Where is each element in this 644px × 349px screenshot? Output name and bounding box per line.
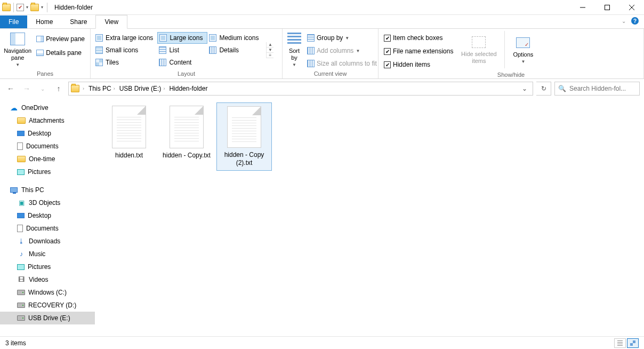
- address-bar[interactable]: › This PC› USB Drive (E:)› Hidden-folder…: [68, 82, 533, 96]
- tree-item[interactable]: One-time: [0, 153, 95, 165]
- extra-large-icons-icon: [95, 34, 103, 42]
- file-item[interactable]: hidden - Copy.txt: [159, 102, 214, 171]
- group-by-icon: [307, 34, 315, 42]
- chevron-down-icon: ▼: [15, 62, 20, 68]
- qat-properties-icon[interactable]: ✔: [17, 4, 24, 11]
- hide-selected-items-button[interactable]: Hide selected items: [457, 31, 500, 68]
- tree-item[interactable]: ♪Music: [0, 248, 95, 260]
- address-dropdown-icon[interactable]: ⌄: [519, 85, 530, 92]
- tree-item[interactable]: Documents: [0, 140, 95, 153]
- tab-share[interactable]: Share: [61, 15, 95, 28]
- collapse-ribbon-icon[interactable]: ⌄: [622, 18, 626, 24]
- large-icons-icon: [159, 34, 167, 42]
- tree-onedrive[interactable]: ☁OneDrive: [0, 101, 95, 114]
- search-input[interactable]: [569, 85, 644, 92]
- tab-file[interactable]: File: [0, 15, 27, 28]
- tree-item[interactable]: Windows (C:): [0, 286, 95, 299]
- hidden-items-toggle[interactable]: ✔Hidden items: [382, 59, 455, 70]
- navigation-tree[interactable]: ☁OneDrive Attachments Desktop Documents …: [0, 98, 95, 336]
- folder-icon: [17, 156, 26, 162]
- layout-scroll[interactable]: ▲▼≡: [266, 42, 273, 58]
- layout-extra-large-icons[interactable]: Extra large icons: [94, 32, 157, 44]
- layout-details[interactable]: Details: [207, 44, 263, 56]
- cloud-icon: ☁: [10, 104, 18, 112]
- svg-rect-1: [605, 5, 610, 10]
- title-bar: ✔ ▾ ▾ Hidden-folder: [0, 0, 644, 15]
- music-icon: ♪: [17, 250, 26, 258]
- list-icon: [159, 46, 166, 54]
- layout-content[interactable]: Content: [157, 57, 207, 68]
- ribbon-group-current-view: Sort by ▼ Group by▼ Add columns▼ Size al…: [283, 29, 379, 78]
- size-columns-icon: [307, 60, 315, 67]
- tab-view[interactable]: View: [95, 15, 127, 29]
- recent-locations-button[interactable]: ⌄: [36, 82, 49, 95]
- tree-item[interactable]: Desktop: [0, 209, 95, 222]
- tree-this-pc[interactable]: This PC: [0, 184, 95, 196]
- group-by-button[interactable]: Group by▼: [305, 32, 379, 44]
- chevron-down-icon: ▼: [521, 59, 525, 65]
- options-button[interactable]: Options ▼: [509, 31, 537, 68]
- medium-icons-icon: [209, 34, 216, 42]
- file-list[interactable]: hidden.txt hidden - Copy.txt hidden - Co…: [95, 98, 644, 336]
- search-box[interactable]: 🔍: [554, 82, 640, 96]
- qat-newfolder-icon[interactable]: [30, 4, 39, 11]
- layout-tiles[interactable]: Tiles: [94, 57, 157, 68]
- desktop-icon: [17, 131, 25, 136]
- tree-item[interactable]: Pictures: [0, 260, 95, 273]
- close-button[interactable]: [619, 0, 644, 15]
- file-name-extensions-toggle[interactable]: ✔File name extensions: [382, 45, 455, 57]
- layout-list[interactable]: List: [157, 44, 207, 56]
- qat-customize-icon[interactable]: ▾: [40, 5, 44, 10]
- item-check-boxes-toggle[interactable]: ✔Item check boxes: [382, 32, 455, 44]
- refresh-button[interactable]: ↻: [536, 82, 551, 96]
- tree-item[interactable]: RECOVERY (D:): [0, 299, 95, 312]
- view-details-button[interactable]: [614, 338, 626, 348]
- help-icon[interactable]: ?: [631, 17, 639, 25]
- sort-icon: [287, 33, 301, 45]
- navigation-pane-button[interactable]: Navigation pane ▼: [3, 31, 32, 68]
- sort-by-button[interactable]: Sort by ▼: [286, 31, 303, 68]
- view-large-icons-button[interactable]: [627, 338, 639, 348]
- 3d-objects-icon: ▣: [17, 199, 26, 207]
- breadcrumb-root[interactable]: ›: [82, 86, 85, 91]
- app-icon: [2, 4, 11, 11]
- text-file-icon: [170, 106, 204, 148]
- maximize-button[interactable]: [595, 0, 619, 15]
- file-item-selected[interactable]: hidden - Copy (2).txt: [216, 102, 272, 171]
- breadcrumb-item[interactable]: USB Drive (E:)›: [118, 85, 166, 92]
- group-label-show-hide: Show/hide: [382, 70, 640, 80]
- tree-item[interactable]: Documents: [0, 222, 95, 235]
- qat-dropdown-icon[interactable]: ▾: [25, 5, 29, 10]
- tree-item[interactable]: Pictures: [0, 165, 95, 178]
- file-item[interactable]: hidden.txt: [101, 102, 157, 171]
- forward-button[interactable]: →: [20, 82, 33, 95]
- details-pane-button[interactable]: Details pane: [34, 47, 87, 59]
- minimize-button[interactable]: [570, 0, 595, 15]
- tree-item[interactable]: Attachments: [0, 114, 95, 127]
- tree-item[interactable]: 🎞Videos: [0, 273, 95, 286]
- address-folder-icon: [71, 85, 79, 92]
- add-columns-button[interactable]: Add columns▼: [305, 45, 379, 57]
- layout-medium-icons[interactable]: Medium icons: [207, 32, 263, 44]
- tree-item-selected[interactable]: USB Drive (E:): [0, 312, 95, 324]
- documents-icon: [17, 142, 23, 150]
- this-pc-icon: [10, 187, 18, 193]
- breadcrumb-item[interactable]: Hidden-folder: [168, 85, 208, 92]
- tree-item[interactable]: ▣3D Objects: [0, 196, 95, 209]
- layout-small-icons[interactable]: Small icons: [94, 44, 157, 56]
- tree-item[interactable]: Desktop: [0, 127, 95, 140]
- tree-item[interactable]: ⭳Downloads: [0, 235, 95, 248]
- up-button[interactable]: ↑: [52, 82, 65, 95]
- ribbon-group-panes: Navigation pane ▼ Preview pane Details p…: [0, 29, 91, 78]
- drive-icon: [17, 303, 25, 308]
- preview-pane-button[interactable]: Preview pane: [34, 33, 87, 45]
- tab-home[interactable]: Home: [27, 15, 61, 28]
- downloads-icon: ⭳: [17, 237, 26, 245]
- layout-large-icons[interactable]: Large icons: [157, 32, 207, 44]
- navigation-bar: ← → ⌄ ↑ › This PC› USB Drive (E:)› Hidde…: [0, 79, 644, 98]
- size-columns-button[interactable]: Size all columns to fit: [305, 58, 379, 69]
- main-area: ☁OneDrive Attachments Desktop Documents …: [0, 98, 644, 336]
- back-button[interactable]: ←: [4, 82, 17, 95]
- breadcrumb-item[interactable]: This PC›: [87, 85, 116, 92]
- details-icon: [209, 46, 216, 54]
